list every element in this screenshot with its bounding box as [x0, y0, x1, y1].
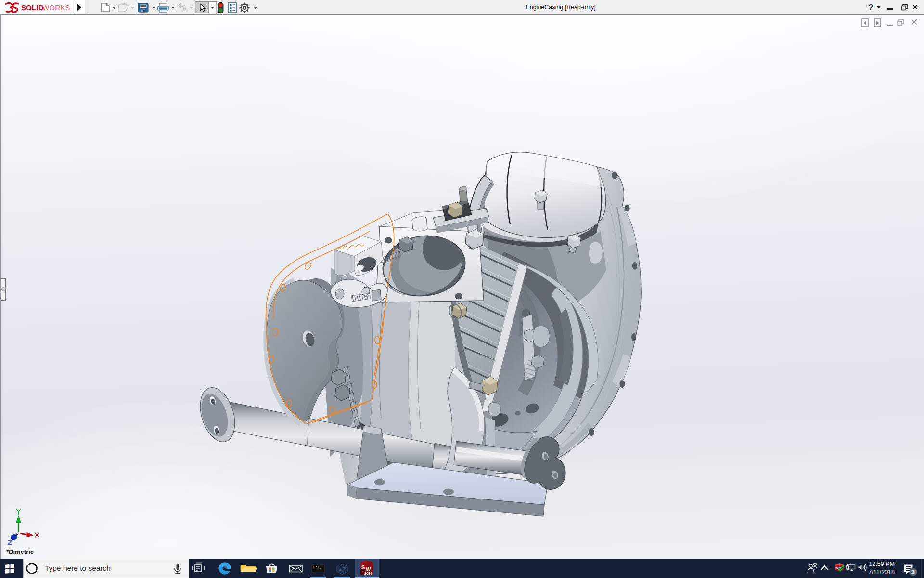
svg-text:?: ?	[868, 3, 873, 12]
svg-text:SOLID: SOLID	[21, 3, 44, 12]
svg-text:WORKS: WORKS	[42, 3, 70, 12]
svg-text:3: 3	[911, 568, 915, 576]
svg-text:S: S	[361, 565, 365, 570]
svg-text:2017: 2017	[364, 571, 372, 576]
svg-text:C:\_: C:\_	[313, 565, 322, 569]
